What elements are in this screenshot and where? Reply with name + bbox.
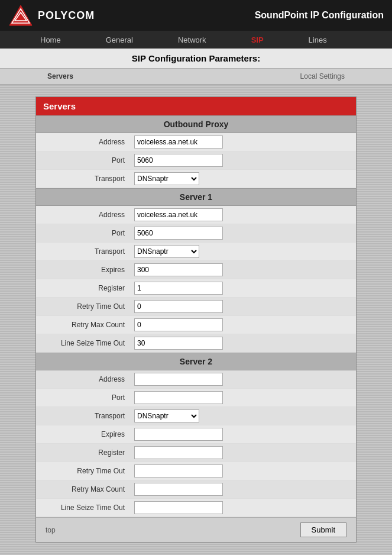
outbound-port-input[interactable] <box>134 154 223 167</box>
s2-line-seize-row: Line Seize Time Out <box>36 499 356 517</box>
s1-line-seize-input[interactable] <box>134 337 223 350</box>
s2-retry-timeout-input[interactable] <box>134 464 223 477</box>
s1-retry-max-row: Retry Max Count <box>36 316 356 334</box>
s2-retry-max-row: Retry Max Count <box>36 480 356 499</box>
s2-port-row: Port <box>36 389 356 407</box>
outbound-address-input[interactable] <box>134 135 223 149</box>
s2-address-row: Address <box>36 370 356 389</box>
s1-expires-row: Expires <box>36 261 356 279</box>
s2-line-seize-label: Line Seize Time Out <box>36 501 131 515</box>
outbound-transport-select[interactable]: DNSnaptr UDP TCP TLS <box>134 172 199 185</box>
s2-expires-row: Expires <box>36 425 356 444</box>
s1-address-row: Address <box>36 206 356 224</box>
s1-retry-timeout-row: Retry Time Out <box>36 298 356 316</box>
s2-retry-timeout-row: Retry Time Out <box>36 462 356 480</box>
s1-expires-input[interactable] <box>134 263 223 276</box>
servers-section-header: Servers <box>36 97 356 115</box>
s2-register-input[interactable] <box>134 446 223 459</box>
form-footer: top Submit <box>36 517 356 542</box>
s1-port-label: Port <box>36 226 131 240</box>
header: POLYCOM SoundPoint IP Configuration <box>0 0 392 31</box>
header-title: SoundPoint IP Configuration <box>255 10 384 21</box>
outbound-transport-row: Transport DNSnaptr UDP TCP TLS <box>36 170 356 188</box>
s1-retry-max-label: Retry Max Count <box>36 318 131 332</box>
outbound-port-label: Port <box>36 153 131 167</box>
content-area: Servers Outbound Proxy Address Port Tran… <box>0 85 392 555</box>
s1-register-label: Register <box>36 281 131 295</box>
s1-transport-label: Transport <box>36 244 131 259</box>
logo-text: POLYCOM <box>38 9 95 22</box>
s1-line-seize-row: Line Seize Time Out <box>36 334 356 353</box>
s2-register-label: Register <box>36 446 131 460</box>
outbound-proxy-header: Outbound Proxy <box>36 115 356 133</box>
server2-header: Server 2 <box>36 353 356 370</box>
s1-expires-label: Expires <box>36 263 131 277</box>
nav-network[interactable]: Network <box>173 33 211 47</box>
s2-retry-max-input[interactable] <box>134 483 223 496</box>
page-title: SIP Configuration Parameters: <box>0 49 392 69</box>
s2-transport-row: Transport DNSnaptr UDP TCP TLS <box>36 407 356 425</box>
server1-header: Server 1 <box>36 188 356 206</box>
s1-transport-select[interactable]: DNSnaptr UDP TCP TLS <box>134 245 199 258</box>
s2-register-row: Register <box>36 444 356 462</box>
s1-address-input[interactable] <box>134 208 223 221</box>
s1-retry-timeout-label: Retry Time Out <box>36 299 131 314</box>
s1-register-input[interactable] <box>134 282 223 295</box>
s1-port-row: Port <box>36 224 356 243</box>
s1-retry-max-input[interactable] <box>134 318 223 331</box>
s1-address-label: Address <box>36 208 131 222</box>
nav-sip[interactable]: SIP <box>247 33 268 47</box>
s2-port-label: Port <box>36 391 131 405</box>
subnav: Servers Local Settings <box>0 69 392 85</box>
polycom-logo-icon <box>8 4 33 27</box>
outbound-address-row: Address <box>36 133 356 151</box>
s2-transport-select[interactable]: DNSnaptr UDP TCP TLS <box>134 409 199 422</box>
s1-line-seize-label: Line Seize Time Out <box>36 336 131 350</box>
subnav-local-settings[interactable]: Local Settings <box>300 72 345 80</box>
outbound-transport-label: Transport <box>36 172 131 186</box>
logo-area: POLYCOM <box>8 4 95 27</box>
s2-address-label: Address <box>36 372 131 386</box>
nav-lines[interactable]: Lines <box>304 33 332 47</box>
s1-register-row: Register <box>36 279 356 298</box>
subnav-servers[interactable]: Servers <box>47 72 73 80</box>
s2-port-input[interactable] <box>134 391 223 404</box>
navbar: Home General Network SIP Lines <box>0 31 392 49</box>
s2-retry-max-label: Retry Max Count <box>36 482 131 496</box>
s1-transport-row: Transport DNSnaptr UDP TCP TLS <box>36 243 356 261</box>
s1-port-input[interactable] <box>134 227 223 240</box>
s2-expires-input[interactable] <box>134 428 223 441</box>
form-container: Servers Outbound Proxy Address Port Tran… <box>35 96 357 543</box>
s2-address-input[interactable] <box>134 373 223 386</box>
s2-line-seize-input[interactable] <box>134 501 223 514</box>
nav-home[interactable]: Home <box>35 33 66 47</box>
outbound-address-label: Address <box>36 135 131 149</box>
nav-general[interactable]: General <box>101 33 138 47</box>
s1-retry-timeout-input[interactable] <box>134 300 223 313</box>
top-link[interactable]: top <box>46 526 56 534</box>
s2-transport-label: Transport <box>36 409 131 423</box>
s2-expires-label: Expires <box>36 427 131 441</box>
s2-retry-timeout-label: Retry Time Out <box>36 464 131 478</box>
outbound-port-row: Port <box>36 151 356 170</box>
submit-button[interactable]: Submit <box>300 522 346 537</box>
